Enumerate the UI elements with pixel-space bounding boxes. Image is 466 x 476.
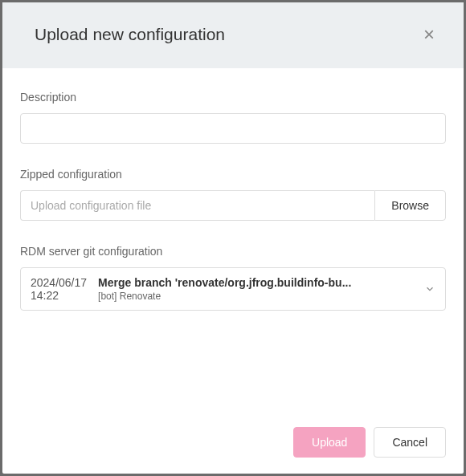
close-button[interactable]: × (419, 25, 439, 44)
modal-footer: Upload Cancel (2, 414, 464, 474)
git-details: Merge branch 'renovate/org.jfrog.buildin… (98, 276, 413, 302)
git-time: 14:22 (31, 289, 87, 302)
git-config-label: RDM server git configuration (20, 245, 446, 258)
zipped-config-group: Zipped configuration Browse (20, 168, 446, 221)
cancel-button[interactable]: Cancel (374, 427, 446, 458)
description-input[interactable] (20, 113, 446, 144)
git-date: 2024/06/17 (31, 276, 87, 289)
browse-button[interactable]: Browse (374, 190, 446, 221)
description-group: Description (20, 91, 446, 144)
modal-title: Upload new configuration (35, 25, 225, 44)
description-label: Description (20, 91, 446, 104)
git-commit-message: Merge branch 'renovate/org.jfrog.buildin… (98, 276, 413, 289)
chevron-down-icon (424, 283, 435, 295)
zipped-config-label: Zipped configuration (20, 168, 446, 181)
git-config-selector[interactable]: 2024/06/17 14:22 Merge branch 'renovate/… (20, 267, 446, 311)
upload-config-modal: Upload new configuration × Description Z… (2, 2, 464, 474)
git-author: [bot] Renovate (98, 291, 413, 302)
modal-header: Upload new configuration × (2, 2, 464, 68)
upload-button[interactable]: Upload (293, 427, 366, 458)
file-path-input[interactable] (20, 190, 374, 221)
modal-body: Description Zipped configuration Browse … (2, 68, 464, 414)
close-icon: × (423, 23, 435, 45)
file-input-group: Browse (20, 190, 446, 221)
git-config-group: RDM server git configuration 2024/06/17 … (20, 245, 446, 311)
git-timestamp: 2024/06/17 14:22 (31, 276, 87, 302)
